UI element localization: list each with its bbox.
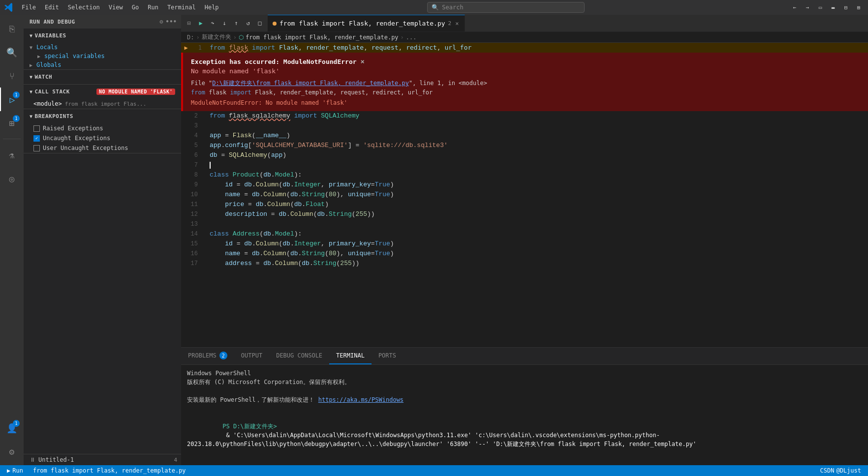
nav-back-btn[interactable]: ← <box>789 2 800 13</box>
watch-chevron-icon: ▼ <box>30 74 33 80</box>
run-debug-header: RUN AND DEBUG ⚙ ••• <box>24 15 181 29</box>
terminal-line-4: 安装最新的 PowerShell，了解新功能和改进！ https://aka.m… <box>187 395 862 404</box>
globals-chevron-icon: ▶ <box>30 62 34 68</box>
toggle-panel-btn[interactable]: ▬ <box>828 2 838 13</box>
search-area: 🔍 Search <box>223 2 789 13</box>
terminal-cmd1-line: PS D:\新建文件夹> & 'C:\Users\dalin\AppData\L… <box>187 413 862 457</box>
toggle-sidebar-btn[interactable]: ▭ <box>815 2 826 13</box>
layout-icon[interactable]: ⊟ <box>184 18 194 28</box>
step-into-btn[interactable]: ↓ <box>219 18 229 28</box>
uncaught-exceptions-item[interactable]: Uncaught Exceptions <box>24 133 181 143</box>
callstack-module-item[interactable]: <module> from flask import Flas... <box>24 99 181 109</box>
locals-item[interactable]: ▼ Locals <box>24 43 181 52</box>
editor-toolbar: ⊟ ▶ ↷ ↓ ↑ ↺ □ <box>181 15 268 31</box>
search-icon: 🔍 <box>6 47 17 58</box>
search-box[interactable]: 🔍 Search <box>427 2 585 13</box>
tab-output[interactable]: OUTPUT <box>234 348 269 364</box>
menu-selection[interactable]: Selection <box>64 3 104 12</box>
code-editor[interactable]: ▶ 1 from flask import Flask, render_temp… <box>181 43 868 347</box>
menu-view[interactable]: View <box>105 3 127 12</box>
run-btn[interactable]: ▶ <box>196 18 206 28</box>
variables-title: VARIABLES <box>35 32 66 39</box>
breakpoints-header[interactable]: ▼ BREAKPOINTS <box>24 109 181 123</box>
status-filename-item[interactable]: from flask import Flask, render_template… <box>30 465 189 476</box>
activity-settings[interactable]: ⚙ <box>0 440 24 463</box>
tab-close-btn[interactable]: × <box>454 19 460 28</box>
tab-label: from flask import Flask, render_template… <box>279 20 445 27</box>
tab-terminal[interactable]: TERMINAL <box>329 348 372 364</box>
watch-header[interactable]: ▼ WATCH <box>24 70 181 84</box>
special-vars-chevron-icon: ▶ <box>37 54 42 59</box>
line-num-12: 12 <box>181 209 206 219</box>
customize-layout-btn[interactable]: ⊞ <box>853 2 864 13</box>
uncaught-exceptions-label: Uncaught Exceptions <box>43 135 110 142</box>
status-csdn-item[interactable]: CSDN @DLjust <box>817 465 864 476</box>
code-content-12: description = db.Column(db.String(255)) <box>206 209 868 219</box>
menu-help[interactable]: Help <box>201 3 223 12</box>
callstack-title: CALL STACK <box>35 89 70 95</box>
activity-extensions[interactable]: ⊞ 1 <box>0 111 24 135</box>
user-uncaught-exceptions-item[interactable]: User Uncaught Exceptions <box>24 143 181 153</box>
terminal-cmd1-content: & 'C:\Users\dalin\AppData\Local\Microsof… <box>187 432 696 447</box>
code-line-1: from flask import Flask, render_template… <box>206 43 868 53</box>
exception-title: Exception has occurred: ModuleNotFoundEr… <box>191 58 860 65</box>
special-variables-item[interactable]: ▶ special variables <box>24 52 181 60</box>
user-uncaught-checkbox[interactable] <box>33 145 40 151</box>
activity-source-control[interactable]: ⑂ <box>0 64 24 88</box>
tab-problems[interactable]: PROBLEMS 2 <box>181 348 234 364</box>
activity-explorer[interactable]: ⎘ <box>0 17 24 40</box>
activity-flask[interactable]: ⚗ <box>0 143 24 167</box>
raised-exceptions-item[interactable]: Raised Exceptions <box>24 123 181 133</box>
step-out-btn[interactable]: ↑ <box>231 18 241 28</box>
menu-go[interactable]: Go <box>128 3 143 12</box>
restart-btn[interactable]: ↺ <box>243 18 253 28</box>
breadcrumb-folder: 新建文件夹 <box>202 33 231 41</box>
line-num-1: 1 <box>191 43 206 53</box>
menu-file[interactable]: File <box>18 3 40 12</box>
terminal-line-1: Windows PowerShell <box>187 369 862 378</box>
exception-error-text: ModuleNotFoundError: No module named 'fl… <box>191 99 860 106</box>
variables-section: ▼ VARIABLES ▼ Locals ▶ special variables… <box>24 29 181 70</box>
callstack-header[interactable]: ▼ CALL STACK No module named 'flask' <box>24 85 181 99</box>
terminal-ps-url[interactable]: https://aka.ms/PSWindows <box>318 396 403 403</box>
menu-terminal[interactable]: Terminal <box>163 3 200 12</box>
activity-run-debug[interactable]: ▷ 1 <box>0 88 24 111</box>
run-debug-more-btn[interactable]: ••• <box>167 18 175 26</box>
raised-exceptions-checkbox[interactable] <box>33 125 40 132</box>
stop-btn[interactable]: □ <box>255 18 265 28</box>
breadcrumb-file[interactable]: from flask import Flask, render_template… <box>246 34 399 41</box>
exception-file-link[interactable]: D:\新建文件夹\from flask import Flask, render… <box>212 80 409 87</box>
code-row-4: 4 app = Flask(__name__) <box>181 131 868 141</box>
variables-header[interactable]: ▼ VARIABLES <box>24 29 181 43</box>
code-row-5: 5 app.config['SQLALCHEMY_DATABASE_URI'] … <box>181 141 868 150</box>
toggle-layout-btn[interactable]: ⊟ <box>840 2 851 13</box>
run-debug-title: RUN AND DEBUG <box>30 19 75 25</box>
activity-search[interactable]: 🔍 <box>0 40 24 64</box>
terminal-line-2: 版权所有 (C) Microsoft Corporation。保留所有权利。 <box>187 378 862 387</box>
menu-run[interactable]: Run <box>144 3 162 12</box>
menu-edit[interactable]: Edit <box>41 3 63 12</box>
menu-bar: File Edit Selection View Go Run Terminal… <box>18 3 223 12</box>
terminal-line-5 <box>187 404 862 413</box>
copilot-icon: ◎ <box>9 174 15 184</box>
tab-ports[interactable]: PORTS <box>372 348 403 364</box>
run-debug-settings-btn[interactable]: ⚙ <box>157 18 165 26</box>
status-run-item[interactable]: ▶ Run <box>4 465 26 476</box>
activity-accounts[interactable]: 👤 1 <box>0 416 24 440</box>
globals-item[interactable]: ▶ Globals <box>24 60 181 69</box>
code-content-9: id = db.Column(db.Integer, primary_key=T… <box>206 180 868 190</box>
code-content-8: class Product(db.Model): <box>206 170 868 180</box>
breadcrumb-drive: D: <box>187 34 194 41</box>
active-tab[interactable]: from flask import Flask, render_template… <box>268 15 465 31</box>
terminal-content[interactable]: Windows PowerShell 版权所有 (C) Microsoft Co… <box>181 365 868 465</box>
current-line-row: ▶ 1 from flask import Flask, render_temp… <box>181 43 868 53</box>
tab-debug-console[interactable]: DEBUG CONSOLE <box>269 348 329 364</box>
special-variables-label: special variables <box>44 53 105 60</box>
nav-forward-btn[interactable]: → <box>802 2 813 13</box>
exception-close-btn[interactable]: × <box>361 58 365 65</box>
source-control-icon: ⑂ <box>9 71 15 81</box>
activity-copilot[interactable]: ◎ <box>0 167 24 190</box>
uncaught-exceptions-checkbox[interactable] <box>33 135 40 142</box>
step-over-btn[interactable]: ↷ <box>208 18 217 28</box>
untitled-item[interactable]: ⏸ Untitled-1 4 <box>24 454 181 465</box>
